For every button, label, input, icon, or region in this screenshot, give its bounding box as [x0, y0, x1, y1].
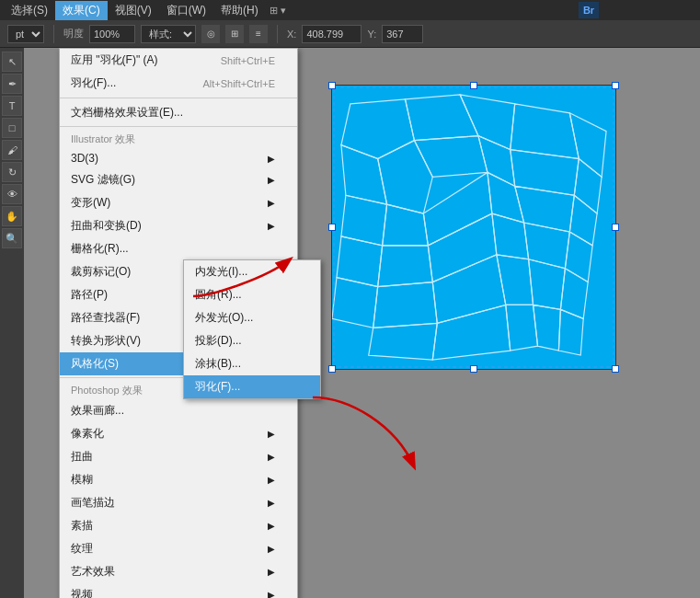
menu-gallery[interactable]: 效果画廊... [60, 399, 297, 422]
submenu-round-corner[interactable]: 圆角(R)... [184, 283, 320, 306]
submenu-drop-shadow[interactable]: 投影(D)... [184, 329, 320, 352]
y-label: Y: [367, 29, 376, 40]
submenu-feather[interactable]: 羽化(F)... [184, 375, 320, 398]
svg-marker-9 [511, 150, 580, 196]
svg-marker-33 [558, 309, 583, 355]
arrow-blur: ▶ [268, 475, 275, 485]
left-panel: ↖ ✒ T □ 🖌 ↻ 👁 ✋ 🔍 [0, 48, 24, 598]
arrow-sketch: ▶ [268, 521, 275, 531]
svg-marker-0 [341, 99, 414, 159]
menu-rasterize[interactable]: 栅格化(R)... [60, 237, 297, 260]
handle-bl[interactable] [328, 365, 336, 373]
svg-marker-32 [534, 305, 561, 351]
style-select[interactable]: 样式: [141, 25, 196, 43]
svg-marker-1 [405, 95, 477, 141]
handle-br[interactable] [612, 365, 619, 373]
grid-icon[interactable]: ⊞ [225, 25, 244, 43]
handle-tl[interactable] [328, 82, 336, 89]
toolbar-divider-2 [277, 25, 278, 43]
svg-marker-27 [529, 259, 566, 310]
menu-distort-ps[interactable]: 扭曲 ▶ [60, 445, 297, 468]
arrow-texture: ▶ [268, 544, 275, 554]
arrow-transform: ▶ [268, 198, 275, 208]
svg-marker-12 [383, 204, 429, 246]
tool-text[interactable]: T [2, 96, 22, 116]
menu-art[interactable]: 艺术效果 ▶ [60, 560, 297, 583]
tool-arrow[interactable]: ↖ [2, 52, 22, 72]
handle-mr[interactable] [612, 224, 619, 231]
menu-transform[interactable]: 变形(W) ▶ [60, 191, 297, 214]
svg-marker-23 [332, 278, 378, 328]
submenu-inner-glow[interactable]: 内发光(I)... [184, 260, 320, 283]
menu-texture[interactable]: 纹理 ▶ [60, 537, 297, 560]
svg-marker-4 [569, 113, 606, 178]
circle-icon[interactable]: ◎ [201, 25, 220, 43]
menu-distort[interactable]: 扭曲和变换(D) ▶ [60, 214, 297, 237]
svg-marker-19 [428, 213, 497, 282]
menu-3d[interactable]: 3D(3) ▶ [60, 148, 297, 168]
svg-marker-22 [565, 232, 592, 282]
tool-eye[interactable]: 👁 [2, 184, 22, 204]
handle-tr[interactable] [612, 82, 619, 89]
menu-pixelate[interactable]: 像素化 ▶ [60, 422, 297, 445]
menu-window[interactable]: 窗口(W) [159, 1, 213, 20]
stylize-submenu: 内发光(I)... 圆角(R)... 外发光(O)... 投影(D)... 涂抹… [183, 259, 321, 399]
menubar: 选择(S) 效果(C) 视图(V) 窗口(W) 帮助(H) Br ⊞ ▾ [0, 0, 700, 20]
y-input[interactable] [382, 25, 423, 43]
tool-zoom[interactable]: 🔍 [2, 228, 22, 248]
handle-tc[interactable] [470, 82, 477, 89]
arrow-svg: ▶ [268, 175, 275, 185]
menu-help[interactable]: 帮助(H) [213, 1, 266, 20]
layout-icon: ⊞ ▾ [270, 5, 286, 17]
menu-select[interactable]: 选择(S) [4, 1, 55, 20]
arrow-3d: ▶ [268, 154, 275, 164]
svg-marker-2 [460, 95, 515, 150]
menu-view[interactable]: 视图(V) [108, 1, 159, 20]
divider-1 [60, 98, 297, 98]
tool-rotate[interactable]: ↻ [2, 162, 22, 182]
arrow-distort-ps: ▶ [268, 452, 275, 462]
canvas-bg [331, 85, 616, 370]
handle-ml[interactable] [328, 224, 336, 231]
menu-blur[interactable]: 模糊 ▶ [60, 468, 297, 491]
red-arrow-2 [304, 388, 423, 480]
submenu-outer-glow[interactable]: 外发光(O)... [184, 306, 320, 329]
svg-marker-24 [373, 282, 438, 328]
svg-marker-7 [414, 136, 487, 178]
svg-marker-6 [378, 141, 433, 213]
main-area: ↖ ✒ T □ 🖌 ↻ 👁 ✋ 🔍 [0, 48, 700, 598]
bridge-badge[interactable]: Br [579, 2, 599, 18]
menu-apply-feather[interactable]: 应用 "羽化(F)" (A) Shift+Ctrl+E [60, 49, 297, 72]
svg-marker-8 [478, 136, 515, 187]
toolbar: pt 明度 样式: ◎ ⊞ ≡ X: Y: [0, 20, 700, 48]
arrow-brush: ▶ [268, 498, 275, 508]
svg-marker-31 [506, 305, 538, 351]
pt-select[interactable]: pt [7, 25, 44, 43]
arrow-video: ▶ [268, 590, 275, 598]
section-illustrator: Illustrator 效果 [60, 126, 297, 148]
svg-marker-10 [574, 158, 602, 213]
svg-marker-13 [423, 172, 492, 245]
tool-brush[interactable]: 🖌 [2, 140, 22, 160]
brightness-label: 明度 [63, 27, 84, 40]
menu-feather[interactable]: 羽化(F)... Alt+Shift+Ctrl+E [60, 72, 297, 95]
zoom-input[interactable] [89, 25, 135, 43]
tool-hand[interactable]: ✋ [2, 206, 22, 226]
menu-effect[interactable]: 效果(C) [55, 1, 108, 20]
pattern-svg [332, 86, 615, 369]
x-label: X: [287, 29, 296, 40]
menu-doc-raster[interactable]: 文档栅格效果设置(E)... [60, 101, 297, 124]
svg-marker-26 [497, 255, 534, 305]
submenu-scribble[interactable]: 涂抹(B)... [184, 352, 320, 375]
tool-pen[interactable]: ✒ [2, 74, 22, 94]
tool-rect[interactable]: □ [2, 118, 22, 138]
menu-video[interactable]: 视频 ▶ [60, 583, 297, 598]
align-icon[interactable]: ≡ [249, 25, 268, 43]
menu-sketch[interactable]: 素描 ▶ [60, 514, 297, 537]
svg-rect-34 [334, 87, 614, 367]
menu-brush-stroke[interactable]: 画笔描边 ▶ [60, 491, 297, 514]
handle-bc[interactable] [470, 365, 477, 373]
x-input[interactable] [302, 25, 361, 43]
menu-svg-filter[interactable]: SVG 滤镜(G) ▶ [60, 168, 297, 191]
arrow-pixelate: ▶ [268, 429, 275, 439]
